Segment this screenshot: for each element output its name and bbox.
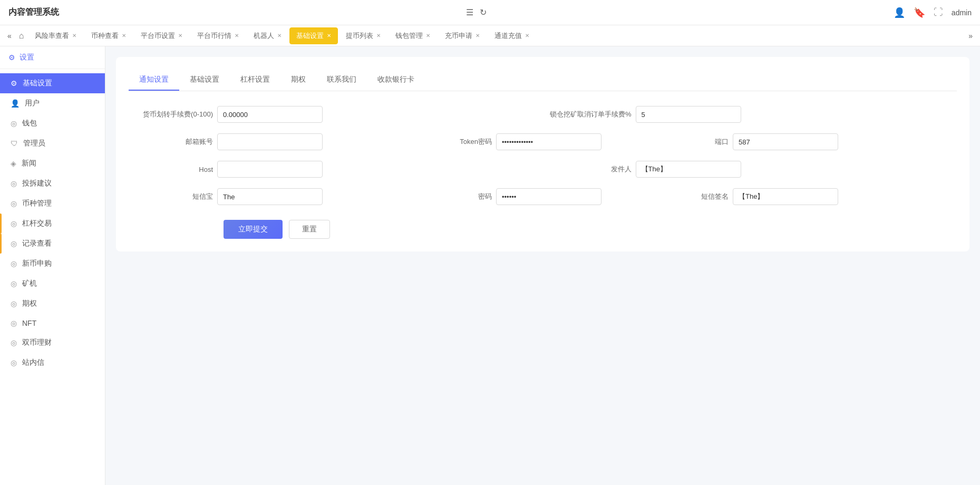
input-email-account[interactable] [217,133,323,150]
topbar-title: 内容管理系统 [8,7,59,18]
topbar-left: 内容管理系统 [8,7,59,18]
reset-button[interactable]: 重置 [289,220,330,239]
tab-item-1[interactable]: 币种查看✕ [84,27,133,44]
input-port[interactable] [733,133,838,150]
tab-close-8[interactable]: ✕ [476,33,480,38]
tab-item-8[interactable]: 充币申请✕ [438,27,487,44]
form-actions: 立即提交 重置 [129,220,957,239]
sidebar-label-8: 记录查看 [22,239,52,248]
inner-tab-2[interactable]: 杠杆设置 [230,70,280,91]
sidebar-item-杠杆交易[interactable]: ◎ 杠杆交易 [0,214,105,234]
sidebar-item-NFT[interactable]: ◎ NFT [0,314,105,333]
form-group-token: Token密码 [407,133,678,150]
sidebar-icon-8: ◎ [11,239,17,248]
sidebar-item-币种管理[interactable]: ◎ 币种管理 [0,193,105,214]
sidebar-item-新闻[interactable]: ◈ 新闻 [0,153,105,173]
fullscreen-icon[interactable]: ⛶ [934,7,943,18]
sidebar-label-13: 双币理财 [22,338,52,347]
user-avatar-icon[interactable]: 👤 [894,7,905,18]
tab-close-3[interactable]: ✕ [235,33,239,38]
sidebar-label-11: 期权 [22,299,37,308]
tab-close-7[interactable]: ✕ [426,33,430,38]
tab-close-9[interactable]: ✕ [525,33,529,38]
sidebar-icon-12: ◎ [11,319,17,327]
submit-button[interactable]: 立即提交 [224,220,283,239]
sidebar-item-管理员[interactable]: 🛡 管理员 [0,133,105,153]
inner-tabs: 通知设置基础设置杠杆设置期权联系我们收款银行卡 [129,70,957,91]
input-sender[interactable] [636,161,741,178]
form-group-transfer-fee: 货币划转手续费(0-100) [129,106,539,123]
tab-arrow-right[interactable]: » [965,32,976,40]
sidebar-icon-7: ◎ [11,219,17,228]
tab-close-1[interactable]: ✕ [122,33,126,38]
settings-gear-icon: ⚙ [8,53,15,62]
tab-home[interactable]: ⌂ [15,31,28,41]
input-sms-sign[interactable] [733,188,838,205]
tab-label-5: 基础设置 [296,31,324,41]
sidebar-item-站内信[interactable]: ◎ 站内信 [0,353,105,373]
tab-close-6[interactable]: ✕ [376,33,381,38]
sidebar-icon-5: ◎ [11,179,17,188]
input-transfer-fee[interactable] [217,106,323,123]
sidebar-icon-1: 👤 [11,99,20,108]
input-cancel-fee[interactable] [636,106,741,123]
tab-close-5[interactable]: ✕ [327,33,331,38]
tab-item-6[interactable]: 提币列表✕ [339,27,387,44]
menu-icon[interactable]: ☰ [466,7,473,17]
sidebar-settings-header[interactable]: ⚙ 设置 [8,53,96,62]
label-cancel-fee: 锁仓挖矿取消订单手续费% [547,110,632,119]
tab-item-2[interactable]: 平台币设置✕ [134,27,189,44]
sidebar-item-记录查看[interactable]: ◎ 记录查看 [0,234,105,254]
form-row-1: 货币划转手续费(0-100) 锁仓挖矿取消订单手续费% [129,106,957,123]
tab-close-2[interactable]: ✕ [178,33,182,38]
sidebar-item-新币申购[interactable]: ◎ 新币申购 [0,254,105,274]
inner-tab-3[interactable]: 期权 [280,70,316,91]
username-label: admin [952,8,972,17]
sidebar-item-用户[interactable]: 👤 用户 [0,93,105,113]
tab-item-5[interactable]: 基础设置✕ [289,27,338,44]
sidebar-icon-0: ⚙ [11,79,17,88]
refresh-icon[interactable]: ↻ [480,7,487,17]
tab-item-7[interactable]: 钱包管理✕ [389,27,437,44]
tab-item-3[interactable]: 平台币行情✕ [190,27,246,44]
sidebar-item-基础设置[interactable]: ⚙ 基础设置 [0,73,105,93]
inner-tab-4[interactable]: 联系我们 [316,70,367,91]
input-host[interactable] [217,161,323,178]
label-host: Host [129,166,213,173]
sidebar-label-1: 用户 [25,99,40,108]
inner-tab-5[interactable]: 收款银行卡 [367,70,425,91]
tab-label-4: 机器人 [254,31,274,41]
sidebar-item-钱包[interactable]: ◎ 钱包 [0,113,105,133]
sidebar-item-矿机[interactable]: ◎ 矿机 [0,274,105,294]
sidebar-icon-13: ◎ [11,338,17,347]
tab-item-9[interactable]: 通道充值✕ [488,27,536,44]
tab-item-4[interactable]: 机器人✕ [247,27,288,44]
bookmark-icon[interactable]: 🔖 [914,7,925,18]
tab-item-0[interactable]: 风险率查看✕ [28,27,83,44]
inner-tab-1[interactable]: 基础设置 [179,70,230,91]
tab-label-9: 通道充值 [494,31,522,41]
sidebar-icon-4: ◈ [11,159,16,168]
sidebar-label-7: 杠杆交易 [22,219,52,228]
form-group-email: 邮箱账号 [129,133,399,150]
sidebar-item-双币理财[interactable]: ◎ 双币理财 [0,333,105,353]
sidebar-label-10: 矿机 [22,279,37,288]
input-token-password[interactable] [496,133,601,150]
sidebar-icon-9: ◎ [11,259,17,268]
topbar: 内容管理系统 ☰ ↻ 👤 🔖 ⛶ admin [0,0,980,25]
sidebar-item-投拆建议[interactable]: ◎ 投拆建议 [0,173,105,193]
sidebar-icon-11: ◎ [11,299,17,308]
tab-close-4[interactable]: ✕ [277,33,282,38]
tab-arrow-left[interactable]: « [4,32,15,40]
input-sms-bao[interactable] [217,188,323,205]
form-grid: 货币划转手续费(0-100) 锁仓挖矿取消订单手续费% 邮箱账号 [129,106,957,239]
sidebar: ⚙ 设置 ⚙ 基础设置 👤 用户 ◎ 钱包 🛡 管理员 ◈ 新闻 ◎ 投拆建议 … [0,46,105,485]
sidebar-icon-3: 🛡 [11,139,18,148]
input-sms-password[interactable] [496,188,601,205]
label-sms-sign: 短信签名 [686,192,729,201]
inner-tab-0[interactable]: 通知设置 [129,70,179,91]
sidebar-item-期权[interactable]: ◎ 期权 [0,294,105,314]
tab-close-0[interactable]: ✕ [72,33,76,38]
label-sms-bao: 短信宝 [129,192,213,201]
topbar-right: 👤 🔖 ⛶ admin [894,7,972,18]
